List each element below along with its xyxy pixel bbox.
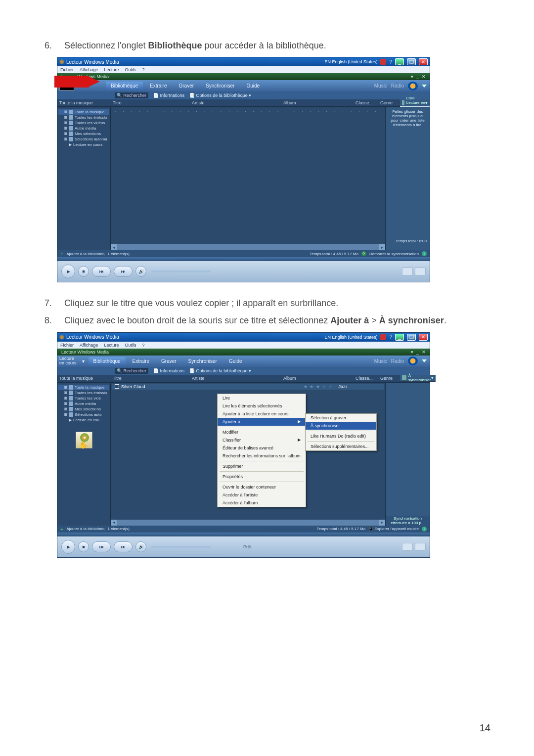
scroll-right-icon[interactable]: ▸ [379,244,385,250]
tree-item-other[interactable]: ⊞Autre média [58,401,109,406]
col-classe[interactable]: Classe... [354,376,378,381]
shuffle-button[interactable] [402,267,413,275]
rating-stars[interactable]: ★ ★ ★ ☆ ☆ [304,384,333,389]
track-row-selected[interactable]: Silver Cloud ★ ★ ★ ☆ ☆ Jazz [112,384,384,390]
sub-like-humans[interactable]: Like Humans Do (radio edit) [306,432,376,440]
add-to-library[interactable]: Ajouter à la bibliothèq [66,527,104,531]
tab-library[interactable]: Bibliothèque [89,357,126,365]
ctx-goto-album[interactable]: Accéder à l'album [218,499,306,507]
ctx-add-to[interactable]: Ajouter à▶ [218,418,306,426]
repeat-button[interactable] [415,267,426,275]
col-artiste[interactable]: Artiste [190,100,281,105]
appbar-close[interactable]: ✕ [422,350,426,355]
close-button[interactable]: ✕ [419,334,428,341]
play-button[interactable]: ▶ [61,540,75,554]
tree-item-tv[interactable]: ⊞Toutes les émissio [58,390,109,396]
tab-guide[interactable]: Guide [224,357,247,365]
col-album[interactable]: Album [281,100,354,105]
search-input[interactable]: 🔍 Rechercher [115,92,148,98]
close-button[interactable]: ✕ [419,58,428,65]
tab-sync[interactable]: Synchroniser [183,357,222,365]
link-music[interactable]: Music [374,358,387,364]
restore-button[interactable]: ❐ [407,58,416,65]
menu-affichage[interactable]: Affichage [80,67,98,72]
appbar-close[interactable]: ✕ [422,74,426,79]
dropdown-icon[interactable]: ▾ [431,375,434,380]
menu-affichage[interactable]: Affichage [80,343,98,348]
stop-button[interactable]: ■ [78,266,89,277]
next-button[interactable]: ⏭ [114,541,133,552]
tab-rip[interactable]: Extraire [128,357,154,365]
right-panel-title[interactable]: À synchroniser [408,373,432,382]
col-album[interactable]: Album [281,376,354,381]
menu-lecture[interactable]: Lecture [104,343,119,348]
sync-icon[interactable]: ⟳ [361,251,366,256]
prev-button[interactable]: ⏮ [92,266,111,277]
tab-guide[interactable]: Guide [241,82,265,90]
ctx-goto-artist[interactable]: Accéder à l'artiste [218,491,306,499]
sub-sync-list[interactable]: À synchroniser [306,422,376,430]
ctx-properties[interactable]: Propriétés [218,473,306,481]
col-titre[interactable]: Titre [111,100,190,105]
stop-button[interactable]: ■ [78,541,89,552]
playlist-icon[interactable] [402,375,406,380]
col-classe[interactable]: Classe... [354,100,378,105]
col-genre[interactable]: Genre [378,100,398,105]
ctx-add-nowplaying[interactable]: Ajouter à la liste Lecture en cours [218,410,306,418]
tree-item-nowplaying[interactable]: ▶ Lecture en cou [58,417,109,423]
next-button[interactable]: ⏭ [114,266,133,277]
link-radio[interactable]: Radio [391,358,404,364]
prev-button[interactable]: ⏮ [92,541,111,552]
appbar-min[interactable]: _ [416,350,419,355]
sub-more[interactable]: Sélections supplémentaires... [306,443,376,450]
info-icon[interactable]: i [422,251,427,256]
help-icon[interactable]: ? [389,59,392,65]
tree-item-auto[interactable]: ⊞Sélections auto [58,412,109,417]
menu-outils[interactable]: Outils [125,343,136,348]
explore-device[interactable]: 📱 Explorer l'appareil mobile [368,527,419,531]
ctx-tag-editor[interactable]: Éditeur de balises avancé [218,444,306,452]
link-music[interactable]: Music [374,83,387,89]
scroll-left-icon[interactable]: ◂ [111,520,117,526]
tab-burn[interactable]: Graver [156,357,181,365]
add-icon[interactable]: + [60,251,63,257]
appbar-min[interactable]: _ [416,74,419,79]
scroll-left-icon[interactable]: ◂ [111,244,117,250]
menu-help[interactable]: ? [142,67,144,72]
tab-library[interactable]: Bibliothèque [106,82,143,90]
info-button[interactable]: 📄 Informations [153,93,184,98]
restore-button[interactable]: ❐ [407,334,416,341]
shuffle-button[interactable] [402,543,413,551]
search-input[interactable]: 🔍 Rechercher [115,368,148,374]
col-artiste[interactable]: Artiste [190,376,281,381]
col-titre[interactable]: Titre [111,376,190,381]
play-button[interactable]: ▶ [61,265,75,278]
tree-item-auto[interactable]: ⊞Sélections automa [58,136,109,142]
sub-burn-list[interactable]: Sélection à graver [306,414,376,422]
ctx-lire-selection[interactable]: Lire les éléments sélectionnés [218,402,306,410]
ctx-find-album[interactable]: Rechercher les informations sur l'album [218,452,306,460]
tree-item-all-music[interactable]: ⊞Toute la musique [58,385,109,390]
menu-fichier[interactable]: Fichier [60,67,74,72]
playlist-icon[interactable] [402,100,404,105]
minimize-button[interactable]: _ [395,334,404,341]
volume-slider[interactable] [151,546,211,548]
ctx-open-folder[interactable]: Ouvrir le dossier conteneur [218,483,306,491]
scroll-right-icon[interactable]: ▸ [379,520,385,526]
dropdown-icon[interactable]: ▾ [81,358,87,364]
tree-item-all-music[interactable]: ⊞Toute la musique [58,109,109,115]
minimize-button[interactable]: _ [395,58,404,65]
repeat-button[interactable] [415,543,426,551]
menu-help[interactable]: ? [142,343,144,348]
menu-outils[interactable]: Outils [125,67,136,72]
add-icon[interactable]: + [60,526,63,532]
tab-sync[interactable]: Synchroniser [201,82,239,90]
horizontal-scrollbar[interactable]: ◂ ▸ [111,520,385,526]
tree-item-playlists[interactable]: ⊞Mes sélections [58,406,109,412]
menu-dropdown-icon[interactable] [422,85,427,88]
start-sync-button[interactable]: Démarrer la synchronisation [369,252,419,256]
add-to-library[interactable]: Ajouter à la bibliothèq [66,252,104,256]
col-genre[interactable]: Genre [378,376,398,381]
options-button[interactable]: 📑 Options de la bibliothèque ▾ [189,93,251,98]
menu-fichier[interactable]: Fichier [60,343,74,348]
